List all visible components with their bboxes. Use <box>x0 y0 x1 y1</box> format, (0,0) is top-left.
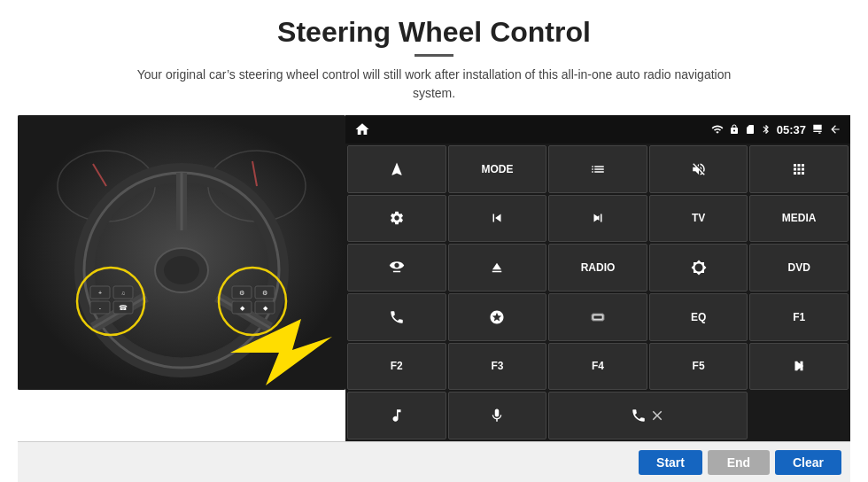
svg-text:⚙: ⚙ <box>262 290 267 296</box>
svg-text:+: + <box>98 290 102 296</box>
status-time: 05:37 <box>777 123 806 136</box>
lock-icon <box>729 124 740 135</box>
bluetooth-icon <box>761 124 771 135</box>
btn-media[interactable]: MEDIA <box>749 195 849 243</box>
btn-eq[interactable]: EQ <box>649 293 748 341</box>
wifi-icon <box>711 123 724 136</box>
svg-text:☎: ☎ <box>119 304 128 312</box>
svg-rect-35 <box>593 315 603 320</box>
btn-eject[interactable] <box>448 244 547 292</box>
btn-360[interactable] <box>347 244 446 292</box>
btn-navigate[interactable] <box>347 145 446 193</box>
btn-radio[interactable]: RADIO <box>548 244 647 292</box>
btn-f3[interactable]: F3 <box>448 343 547 391</box>
page-wrapper: Steering Wheel Control Your original car… <box>0 0 868 482</box>
back-icon <box>829 123 841 136</box>
btn-dvd[interactable]: DVD <box>749 244 849 292</box>
svg-text:⚙: ⚙ <box>239 290 244 296</box>
steering-wheel-image: + - ♫ ☎ ⚙ ◆ ⚙ ◆ <box>18 115 345 390</box>
page-title: Steering Wheel Control <box>277 16 591 49</box>
status-right: 05:37 <box>711 123 841 136</box>
end-button[interactable]: End <box>708 450 770 475</box>
content-area: + - ♫ ☎ ⚙ ◆ ⚙ ◆ <box>18 115 850 441</box>
home-status-icon <box>354 121 370 137</box>
status-left <box>354 121 370 137</box>
btn-screen-ratio[interactable] <box>548 293 647 341</box>
btn-phone[interactable] <box>347 293 446 341</box>
btn-tv[interactable]: TV <box>649 195 748 243</box>
btn-f2[interactable]: F2 <box>347 343 446 391</box>
btn-settings[interactable] <box>347 195 446 243</box>
start-button[interactable]: Start <box>639 450 702 475</box>
btn-mode[interactable]: MODE <box>448 145 547 193</box>
btn-navi[interactable] <box>448 293 547 341</box>
btn-playpause[interactable] <box>749 343 849 391</box>
btn-f4[interactable]: F4 <box>548 343 647 391</box>
btn-f5[interactable]: F5 <box>649 343 748 391</box>
btn-mic[interactable] <box>448 392 547 439</box>
bottom-bar: Start End Clear <box>18 441 850 482</box>
clear-button[interactable]: Clear <box>775 450 841 475</box>
control-panel: 05:37 MODE <box>345 115 850 441</box>
btn-phonecall[interactable] <box>548 392 748 439</box>
screen-icon-status <box>811 123 824 136</box>
title-divider <box>415 54 453 57</box>
btn-grid: MODE <box>345 144 850 441</box>
svg-text:♫: ♫ <box>121 291 126 296</box>
btn-f1[interactable]: F1 <box>749 293 849 341</box>
btn-next[interactable] <box>548 195 647 243</box>
svg-point-15 <box>164 256 199 284</box>
btn-apps[interactable] <box>749 145 849 193</box>
btn-empty <box>749 392 849 439</box>
btn-list[interactable] <box>548 145 647 193</box>
btn-music[interactable] <box>347 392 446 439</box>
btn-mute[interactable] <box>649 145 748 193</box>
btn-prev[interactable] <box>448 195 547 243</box>
btn-brightness[interactable] <box>649 244 748 292</box>
status-bar: 05:37 <box>345 115 850 144</box>
page-subtitle: Your original car’s steering wheel contr… <box>115 66 753 103</box>
sim-icon <box>745 124 756 135</box>
